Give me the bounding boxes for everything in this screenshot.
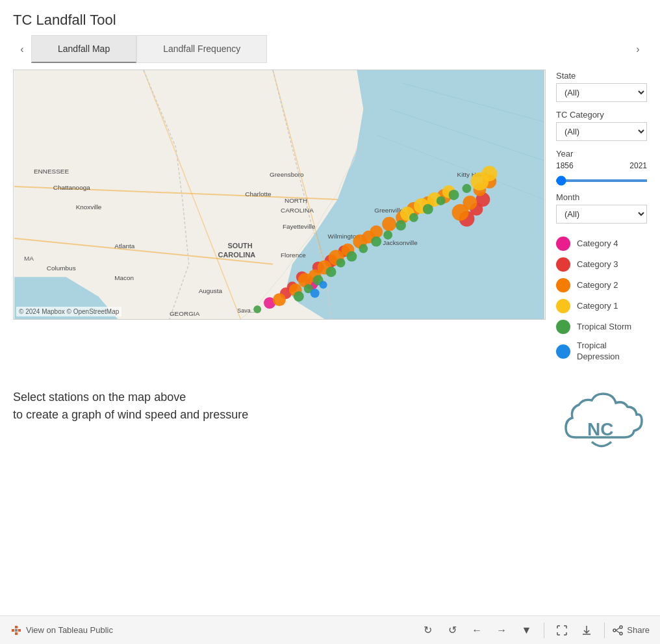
footer-right: ↻ ↺ ← → ▼ — [418, 621, 650, 640]
tabs-list: Landfall Map Landfall Frequency — [31, 35, 629, 63]
forward-button[interactable]: → — [492, 621, 511, 640]
month-select[interactable]: (All) — [556, 205, 647, 224]
svg-point-78 — [371, 237, 381, 247]
month-label: Month — [556, 192, 647, 202]
svg-text:Sava...: Sava... — [237, 307, 255, 314]
tc-category-select[interactable]: (All) — [556, 122, 647, 141]
svg-point-81 — [409, 213, 418, 222]
svg-point-74 — [326, 266, 336, 277]
svg-text:Florence: Florence — [281, 251, 306, 259]
map-section: Knoxville Chattanooga Atlanta ntgomery C… — [13, 70, 546, 369]
svg-rect-94 — [15, 629, 18, 632]
page-title: TC Landfall Tool — [13, 12, 647, 29]
svg-point-84 — [449, 190, 459, 200]
state-select[interactable]: (All) — [556, 83, 647, 102]
svg-text:GEORGIA: GEORGIA — [170, 310, 200, 317]
svg-text:NORTH: NORTH — [285, 197, 307, 204]
fullscreen-button[interactable] — [552, 621, 572, 640]
svg-point-70 — [481, 166, 497, 181]
legend-item-cat3: Category 3 — [556, 257, 647, 272]
nc-logo: NC — [556, 389, 647, 460]
svg-text:Augusta: Augusta — [199, 287, 223, 294]
share-label: Share — [627, 625, 650, 635]
svg-point-82 — [423, 204, 433, 214]
tabs-container: ‹ Landfall Map Landfall Frequency › — [0, 35, 660, 63]
legend-label-ts: Tropical Storm — [577, 322, 631, 333]
svg-text:Macon: Macon — [114, 274, 134, 281]
year-slider[interactable] — [556, 179, 647, 182]
bottom-section: Select stations on the map above to crea… — [0, 369, 660, 473]
year-min-label: 1856 — [556, 161, 574, 170]
year-range-display: 1856 2021 — [556, 161, 647, 170]
legend-label-cat4: Category 4 — [577, 238, 618, 250]
svg-point-46 — [273, 293, 286, 306]
legend-label-cat3: Category 3 — [577, 259, 618, 270]
tab-next-arrow[interactable]: › — [629, 36, 647, 62]
legend-dot-cat1 — [556, 299, 570, 313]
year-label: Year — [556, 149, 647, 159]
share-button[interactable]: Share — [613, 625, 650, 636]
svg-point-77 — [359, 244, 368, 253]
svg-line-98 — [616, 628, 620, 630]
prompt-text: Select stations on the map above to crea… — [13, 389, 248, 424]
more-button[interactable]: ▼ — [516, 621, 536, 640]
legend-item-td: Tropical Depression — [556, 341, 647, 363]
fullscreen-icon — [556, 625, 568, 636]
tableau-public-link[interactable]: View on Tableau Public — [10, 625, 113, 636]
year-max-label: 2021 — [629, 161, 647, 170]
tab-prev-arrow[interactable]: ‹ — [13, 36, 31, 62]
svg-text:NC: NC — [587, 419, 613, 439]
tc-category-control: TC Category (All) — [556, 110, 647, 141]
svg-text:Knoxville: Knoxville — [76, 203, 102, 211]
svg-text:ENNESSEE: ENNESSEE — [34, 168, 69, 175]
svg-point-79 — [383, 231, 392, 240]
tableau-icon — [10, 625, 22, 636]
svg-point-85 — [463, 184, 472, 193]
embed-button[interactable] — [577, 621, 596, 640]
svg-point-80 — [396, 220, 406, 231]
legend-label-cat2: Category 2 — [577, 280, 618, 291]
map-attribution: © 2024 Mapbox © OpenStreetMap — [16, 307, 121, 316]
back-button[interactable]: ← — [467, 621, 487, 640]
footer-bar: View on Tableau Public ↻ ↺ ← → ▼ — [0, 615, 660, 644]
svg-text:Virginia Beach: Virginia Beach — [461, 155, 502, 162]
state-label: State — [556, 71, 647, 81]
year-control: Year 1856 2021 — [556, 149, 647, 185]
svg-point-75 — [336, 258, 346, 267]
svg-text:Jacksonville: Jacksonville — [383, 239, 418, 246]
page-header: TC Landfall Tool — [0, 0, 660, 35]
svg-rect-93 — [18, 629, 21, 632]
controls-panel: State (All) TC Category (All) Year 1856 … — [556, 70, 647, 369]
svg-point-62 — [463, 196, 477, 210]
svg-text:Atlanta: Atlanta — [114, 242, 134, 250]
svg-point-71 — [294, 291, 304, 302]
svg-text:Fayetteville: Fayetteville — [283, 223, 316, 230]
svg-text:Columbus: Columbus — [47, 264, 76, 272]
undo-button[interactable]: ↻ — [418, 621, 437, 640]
state-control: State (All) — [556, 71, 647, 102]
map-container[interactable]: Knoxville Chattanooga Atlanta ntgomery C… — [13, 70, 546, 320]
svg-point-56 — [382, 217, 396, 231]
redo-button[interactable]: ↺ — [442, 621, 462, 640]
legend-dot-cat2 — [556, 278, 570, 292]
svg-text:Chattanooga: Chattanooga — [53, 184, 90, 191]
share-icon — [613, 625, 623, 636]
month-control: Month (All) — [556, 192, 647, 224]
tab-landfall-frequency[interactable]: Landfall Frequency — [136, 35, 267, 63]
tableau-public-label: View on Tableau Public — [26, 625, 113, 635]
legend-item-cat1: Category 1 — [556, 299, 647, 313]
legend-label-cat1: Category 1 — [577, 301, 618, 312]
svg-text:Charlotte: Charlotte — [245, 190, 272, 198]
footer-divider-2 — [604, 623, 605, 638]
svg-text:CAROLINA: CAROLINA — [281, 207, 314, 214]
svg-point-86 — [311, 289, 320, 298]
download-icon — [581, 625, 592, 636]
svg-text:Greensboro: Greensboro — [270, 171, 304, 178]
legend-item-cat2: Category 2 — [556, 278, 647, 292]
nc-logo-container: NC — [556, 389, 647, 460]
legend-label-td: Tropical Depression — [577, 341, 647, 363]
tab-landfall-map[interactable]: Landfall Map — [31, 35, 136, 63]
svg-point-95 — [620, 626, 622, 628]
prompt-line1: Select stations on the map above — [13, 389, 248, 406]
svg-rect-92 — [12, 629, 14, 632]
